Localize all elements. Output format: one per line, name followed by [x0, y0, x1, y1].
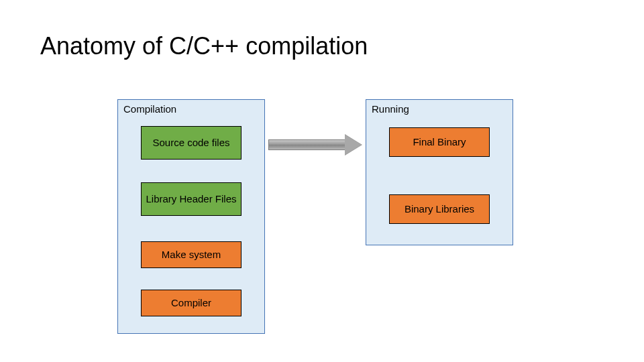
node-compiler: Compiler — [141, 290, 241, 316]
node-library-header-files: Library Header Files — [141, 182, 241, 216]
arrow-shaft — [268, 139, 345, 150]
arrow-compilation-to-running — [268, 134, 362, 156]
group-running-label: Running — [372, 103, 409, 115]
node-binary-libraries: Binary Libraries — [389, 194, 490, 224]
arrow-head-icon — [345, 134, 362, 156]
node-source-code-files: Source code files — [141, 126, 241, 160]
node-final-binary: Final Binary — [389, 127, 490, 157]
node-make-system: Make system — [141, 241, 241, 268]
group-compilation-label: Compilation — [123, 103, 176, 115]
slide-title: Anatomy of C/C++ compilation — [40, 32, 368, 60]
